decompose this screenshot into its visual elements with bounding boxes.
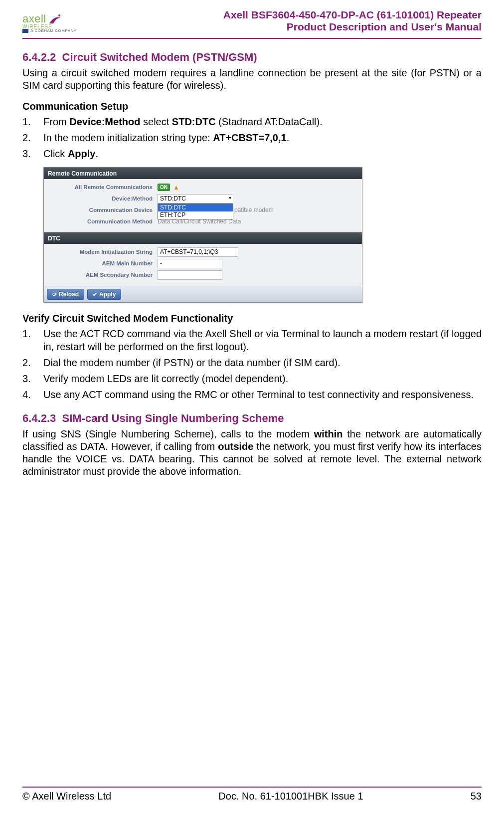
aem-secondary-input[interactable] <box>158 270 222 280</box>
config-screenshot: Remote Communication All Remote Communic… <box>43 167 362 303</box>
select-option[interactable]: STD:DTC <box>158 204 233 211</box>
warning-icon: ▲ <box>173 184 179 191</box>
logo: axell WIRELESS A COBHAM COMPANY <box>22 12 77 33</box>
header-titles: Axell BSF3604-450-470-DP-AC (61-101001) … <box>223 9 482 33</box>
svg-point-0 <box>58 14 60 16</box>
list-item: 4.Use any ACT command using the RMC or o… <box>22 388 482 401</box>
reload-icon: ⟳ <box>52 291 57 298</box>
panel-header-dtc: DTC <box>44 232 362 244</box>
comm-setup-heading: Communication Setup <box>22 101 482 112</box>
list-item: 3.Verify modem LEDs are lit correctly (m… <box>22 372 482 385</box>
init-string-input[interactable] <box>158 247 238 257</box>
button-bar: ⟳ Reload ✔ Apply <box>44 286 362 302</box>
list-item: 2. In the modem initialization string ty… <box>22 131 482 144</box>
list-item: 3. Click Apply. <box>22 147 482 160</box>
select-trigger[interactable]: STD:DTC <box>158 194 233 204</box>
apply-button[interactable]: ✔ Apply <box>87 289 121 300</box>
label-comm-device: Communication Device <box>44 207 158 213</box>
section-heading-6-4-2-3: 6.4.2.3 SIM-card Using Single Numbering … <box>22 412 482 425</box>
label-aem-main: AEM Main Number <box>44 260 158 266</box>
aem-main-input[interactable] <box>158 259 222 268</box>
page-footer: © Axell Wireless Ltd Doc. No. 61-101001H… <box>22 787 482 802</box>
check-icon: ✔ <box>93 291 97 298</box>
logo-swoosh-icon <box>48 13 62 24</box>
device-method-select[interactable]: STD:DTC STD:DTC ETH:TCP <box>158 194 233 204</box>
reload-button[interactable]: ⟳ Reload <box>47 289 84 300</box>
footer-right: 53 <box>471 791 482 802</box>
label-init-string: Modem Initialization String <box>44 249 158 255</box>
footer-center: Doc. No. 61-101001HBK Issue 1 <box>218 791 363 802</box>
logo-company-text: A COBHAM COMPANY <box>22 28 77 33</box>
page-header: axell WIRELESS A COBHAM COMPANY Axell BS… <box>22 9 482 39</box>
label-device-method: Device:Method <box>44 196 158 202</box>
doc-title-2: Product Description and User's Manual <box>223 21 482 33</box>
select-dropdown: STD:DTC ETH:TCP <box>158 204 233 219</box>
doc-title-1: Axell BSF3604-450-470-DP-AC (61-101001) … <box>223 9 482 21</box>
section1-intro: Using a circuit switched modem requires … <box>22 67 482 92</box>
section-heading-6-4-2-2: 6.4.2.2 Circuit Switched Modem (PSTN/GSM… <box>22 51 482 64</box>
label-all-remote: All Remote Communications <box>44 184 158 190</box>
panel-header-remote: Remote Communication <box>44 168 362 179</box>
verify-steps: 1.Use the ACT RCD command via the Axell … <box>22 327 482 401</box>
comm-setup-steps: 1. From Device:Method select STD:DTC (St… <box>22 115 482 160</box>
cobham-mark-icon <box>22 29 28 33</box>
label-comm-method: Communication Method <box>44 218 158 224</box>
section2-para: If using SNS (Single Numbering Scheme), … <box>22 428 482 478</box>
list-item: 1.Use the ACT RCD command via the Axell … <box>22 327 482 353</box>
list-item: 1. From Device:Method select STD:DTC (St… <box>22 115 482 128</box>
verify-heading: Verify Circuit Switched Modem Functional… <box>22 313 482 324</box>
comm-device-value: patible modem <box>234 206 274 213</box>
label-aem-secondary: AEM Secondary Number <box>44 272 158 278</box>
footer-left: © Axell Wireless Ltd <box>22 791 111 802</box>
list-item: 2.Dial the modem number (if PSTN) or the… <box>22 356 482 369</box>
select-option[interactable]: ETH:TCP <box>158 211 233 219</box>
on-toggle[interactable]: ON <box>158 184 170 191</box>
